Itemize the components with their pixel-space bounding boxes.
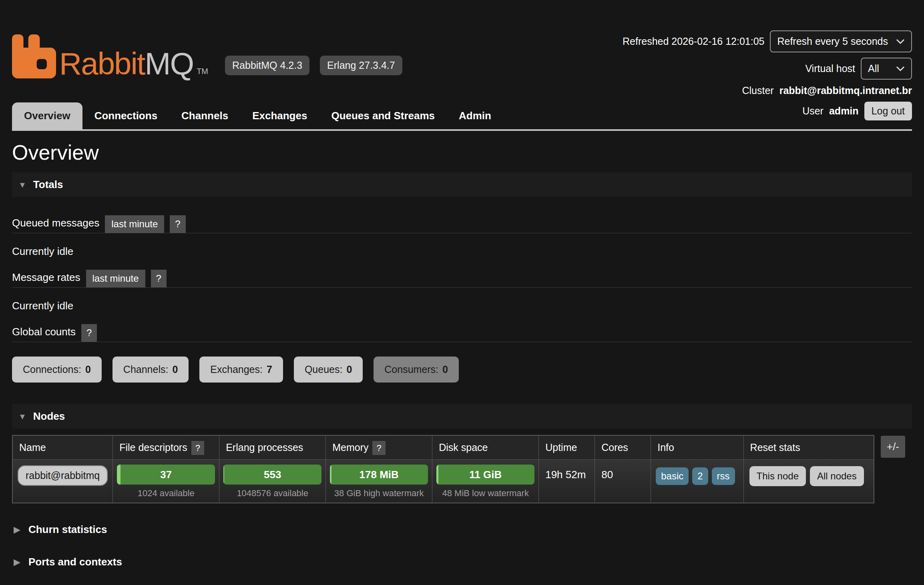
nodes-table: Name File descriptors? Erlang processes …: [12, 435, 874, 503]
logout-button[interactable]: Log out: [864, 102, 912, 120]
chevron-down-icon: [896, 39, 905, 44]
col-disk-space: Disk space: [432, 435, 539, 460]
channels-count-value: 0: [172, 364, 178, 375]
col-info: Info: [651, 435, 743, 460]
file-descriptors-value: 37: [160, 469, 172, 481]
queued-messages-label: Queued messages: [12, 217, 99, 233]
tab-connections[interactable]: Connections: [82, 102, 169, 129]
queues-count-label: Queues:: [305, 364, 343, 375]
totals-section-header[interactable]: ▼ Totals: [12, 172, 912, 197]
user-label: User: [802, 105, 824, 117]
memory-help-icon[interactable]: ?: [372, 441, 385, 455]
col-file-descriptors-label: File descriptors: [119, 442, 187, 453]
queued-messages-heading: Queued messages last minute ?: [12, 215, 912, 233]
message-rates-range-pill[interactable]: last minute: [86, 270, 145, 287]
nodes-table-header-row: Name File descriptors? Erlang processes …: [12, 435, 874, 460]
disk-space-cell: 11 GiB 48 MiB low watermark: [432, 460, 539, 503]
tab-queues-and-streams[interactable]: Queues and Streams: [319, 102, 447, 129]
expand-triangle-icon: ▶: [14, 525, 20, 534]
channels-count-button[interactable]: Channels: 0: [112, 357, 189, 383]
ports-and-contexts-section[interactable]: ▶ Ports and contexts: [14, 556, 912, 568]
collapse-triangle-icon: ▼: [18, 181, 26, 189]
rabbitmq-version-badge: RabbitMQ 4.2.3: [225, 56, 309, 75]
col-cores: Cores: [595, 435, 651, 460]
cluster-label: Cluster: [742, 85, 773, 96]
collapse-triangle-icon: ▼: [18, 413, 26, 421]
tab-overview[interactable]: Overview: [12, 102, 82, 129]
disk-space-bar-fill: [436, 465, 438, 485]
global-counts-label: Global counts: [12, 326, 76, 342]
message-rates-help-icon[interactable]: ?: [151, 270, 167, 287]
queued-messages-status: Currently idle: [12, 245, 912, 258]
global-counts-buttons: Connections: 0 Channels: 0 Exchanges: 7 …: [12, 357, 912, 383]
refresh-row: Refreshed 2026-02-16 12:01:05 Refresh ev…: [623, 30, 912, 52]
col-reset-stats: Reset stats: [743, 435, 874, 460]
tab-channels[interactable]: Channels: [169, 102, 240, 129]
disk-space-bar: 11 GiB: [436, 465, 534, 485]
col-file-descriptors: File descriptors?: [113, 435, 219, 460]
reset-all-nodes-button[interactable]: All nodes: [810, 466, 864, 486]
refresh-interval-select[interactable]: Refresh every 5 seconds: [770, 30, 912, 52]
page-title: Overview: [12, 140, 912, 164]
node-name-cell: rabbit@rabbitmq: [12, 460, 113, 503]
exchanges-count-button[interactable]: Exchanges: 7: [199, 357, 283, 383]
memory-bar: 178 MiB: [330, 465, 428, 485]
version-badges: RabbitMQ 4.2.3 Erlang 27.3.4.7: [225, 56, 402, 75]
node-name-pill[interactable]: rabbit@rabbitmq: [18, 465, 108, 486]
info-badge-rss[interactable]: rss: [712, 467, 735, 485]
queued-messages-range-pill[interactable]: last minute: [105, 215, 164, 233]
message-rates-status: Currently idle: [12, 300, 912, 312]
connections-count-label: Connections:: [23, 364, 81, 375]
col-uptime: Uptime: [539, 435, 595, 460]
file-descriptors-bar: 37: [117, 465, 215, 485]
col-memory-label: Memory: [332, 442, 368, 453]
erlang-processes-bar-fill: [223, 465, 224, 485]
file-descriptors-sub: 1024 available: [117, 488, 215, 499]
tab-admin[interactable]: Admin: [447, 102, 503, 129]
file-descriptors-cell: 37 1024 available: [113, 460, 219, 503]
memory-sub: 38 GiB high watermark: [330, 488, 428, 499]
info-badge-2[interactable]: 2: [692, 467, 708, 485]
expand-triangle-icon: ▶: [14, 558, 20, 567]
brand-text: RabbitMQ: [59, 50, 193, 78]
totals-section-title: Totals: [33, 178, 63, 191]
user-name: admin: [829, 105, 859, 117]
queued-messages-help-icon[interactable]: ?: [170, 215, 185, 233]
rabbitmq-logo[interactable]: RabbitMQ TM: [12, 34, 208, 78]
memory-bar-fill: [330, 465, 331, 485]
connections-count-button[interactable]: Connections: 0: [12, 357, 102, 383]
queues-count-button[interactable]: Queues: 0: [294, 357, 363, 383]
churn-statistics-section[interactable]: ▶ Churn statistics: [14, 523, 912, 536]
erlang-processes-value: 553: [264, 469, 281, 481]
refresh-interval-value: Refresh every 5 seconds: [777, 36, 888, 47]
global-counts-help-icon[interactable]: ?: [81, 324, 97, 342]
col-memory: Memory?: [326, 435, 432, 460]
nodes-section-header[interactable]: ▼ Nodes: [12, 404, 912, 429]
reset-this-node-button[interactable]: This node: [749, 466, 806, 486]
erlang-version-badge: Erlang 27.3.4.7: [320, 56, 402, 75]
fd-help-icon[interactable]: ?: [191, 441, 204, 455]
user-row: User admin Log out: [802, 102, 912, 120]
nodes-section-title: Nodes: [33, 410, 65, 423]
header: RabbitMQ TM RabbitMQ 4.2.3 Erlang 27.3.4…: [12, 34, 912, 102]
refreshed-timestamp: Refreshed 2026-02-16 12:01:05: [623, 36, 764, 47]
queues-count-value: 0: [346, 364, 352, 375]
main-content: Overview ▼ Totals Queued messages last m…: [12, 140, 912, 585]
cluster-row: Cluster rabbit@rabbitmq.intranet.br: [742, 85, 912, 96]
virtual-host-select[interactable]: All: [861, 58, 912, 80]
connections-count-value: 0: [85, 364, 91, 375]
message-rates-heading: Message rates last minute ?: [12, 270, 912, 288]
virtual-host-label: Virtual host: [805, 63, 855, 74]
virtual-host-value: All: [868, 63, 879, 74]
memory-value: 178 MiB: [360, 469, 399, 481]
nodes-table-wrap: Name File descriptors? Erlang processes …: [12, 435, 912, 503]
columns-expander-button[interactable]: +/-: [881, 436, 905, 458]
memory-cell: 178 MiB 38 GiB high watermark: [326, 460, 432, 503]
info-badge-basic[interactable]: basic: [656, 467, 689, 485]
tab-exchanges[interactable]: Exchanges: [240, 102, 319, 129]
erlang-processes-bar: 553: [223, 465, 321, 485]
consumers-count-button: Consumers: 0: [374, 357, 459, 383]
node-row: rabbit@rabbitmq 37 1024 available 553 10…: [12, 460, 874, 503]
file-descriptors-bar-fill: [117, 465, 121, 485]
churn-statistics-label: Churn statistics: [28, 523, 107, 536]
